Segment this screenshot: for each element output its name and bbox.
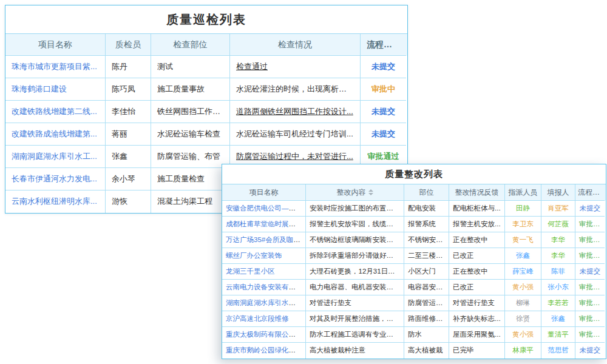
assignee-cell: 张鑫: [505, 248, 541, 264]
assignee-cell: 徐贤: [505, 311, 541, 327]
project-link[interactable]: 龙湖三千里小区: [226, 268, 275, 275]
reporter-cell: 李华: [541, 248, 575, 264]
status-text: 未提交: [575, 264, 605, 280]
status-text: 未提交: [361, 123, 406, 146]
rectification-table: 质量整改列表 项目名称 整改内容 部位 整改情况反馈 指派人员 填报人 流程状态…: [222, 164, 606, 359]
table-row: 安徽合肥供电公司—配电设备... 安装时应按施工图的布置，将... 配电安装 配…: [222, 201, 606, 217]
project-link[interactable]: 改建铁路成渝线增建第...: [12, 129, 97, 138]
situation-text: 水泥砼运输车司机经过专门培训...: [236, 129, 353, 138]
part-cell: 测试: [151, 56, 230, 78]
content-cell: 大理石砖更换，12月31日之...: [306, 264, 404, 280]
column-header-part: 检查部位: [151, 34, 230, 56]
project-link[interactable]: 珠海鹤港口建设: [12, 84, 67, 93]
project-link[interactable]: 湖南洞庭湖水库引水工...: [12, 152, 97, 161]
feedback-cell: 已完毕: [449, 343, 505, 359]
feedback-cell: 已改正: [449, 280, 505, 295]
column-header-project: 项目名称: [5, 34, 106, 56]
column-header-reporter: 填报人: [541, 184, 575, 201]
feedback-cell: 正在整改中: [449, 232, 505, 248]
part-cell: 水泥砼运输车检查: [151, 123, 230, 146]
table-row: 京沪高速北京段维修 对其及时开展整治措施，桥头... 路面维修检... 补齐缺失…: [222, 311, 606, 327]
content-cell: 安装时应按施工图的布置，将...: [306, 201, 404, 217]
column-header-part: 部位: [404, 184, 449, 201]
status-text: 审批通过: [575, 280, 605, 295]
feedback-cell: 正在整改中: [449, 264, 505, 280]
table-row: 珠海鹤港口建设 陈巧凤 施工质量事故 水泥砼灌注的时候，出现离析现象 审批中: [5, 78, 407, 101]
part-cell: 防腐管运输、布管: [151, 146, 230, 168]
project-link[interactable]: 云南电力设备安装有限公司20...: [226, 283, 306, 291]
status-text: 未提交: [575, 201, 605, 217]
project-link[interactable]: 京沪高速北京段维修: [226, 315, 289, 322]
reporter-cell: 李华: [541, 232, 575, 248]
column-header-content-label: 整改内容: [337, 184, 366, 200]
table-row: 螺丝厂办公室装饰 拆除到承重墙部分请做好加固... 二至三楼混... 已改正 张…: [222, 248, 606, 264]
table-row: 湖南洞庭湖水库引水工程施工1标 对管进行垫支 防腐管运输... 对管进行垫支 柳…: [222, 295, 606, 311]
content-cell: 高大植被栽种注意: [306, 343, 404, 359]
content-cell: 拆除到承重墙部分请做好加固...: [306, 248, 404, 264]
part-cell: 施工质量事故: [151, 78, 230, 101]
inspector-cell: 余小琴: [106, 168, 151, 190]
feedback-cell: 对管进行垫支: [449, 295, 505, 311]
inspector-cell: 陈巧凤: [106, 78, 151, 101]
part-cell: 路面维修检...: [404, 311, 449, 327]
status-text: 审批通过: [575, 311, 605, 327]
table-row: 珠海市城市更新项目紫... 陈丹 测试 检查通过 未提交: [5, 56, 407, 78]
assignee-cell: 田静: [505, 201, 541, 217]
assignee-cell: 林康平: [505, 343, 541, 359]
table-row: 万达广场35#会所及咖啡厅空... 不锈钢边框玻璃隔断安装不牢... 不锈钢安装…: [222, 232, 606, 248]
inspector-cell: 游恢: [106, 190, 151, 213]
assignee-cell: 李卫东: [505, 217, 541, 232]
situation-text: 水泥砼灌注的时候，出现离析现象: [236, 84, 354, 93]
project-link[interactable]: 安徽合肥供电公司—配电设备...: [226, 204, 306, 212]
table-row: 云南电力设备安装有限公司20... 电力电容器、电机器安装方案... 电容器安装…: [222, 280, 606, 295]
inspector-cell: 李佳怡: [106, 101, 151, 123]
feedback-cell: 补齐缺失标志...: [449, 311, 505, 327]
project-link[interactable]: 万达广场35#会所及咖啡厅空...: [226, 236, 306, 243]
part-cell: 小区大门: [404, 264, 449, 280]
assignee-cell: 黄小强: [505, 327, 541, 343]
project-link[interactable]: 改建铁路线增建第二线...: [12, 107, 97, 116]
sort-icon[interactable]: [368, 189, 373, 195]
reporter-cell: 张鑫: [541, 311, 575, 327]
project-link[interactable]: 成都杜甫草堂临时展厅独立展...: [226, 220, 306, 228]
column-header-status: 流程状态: [361, 34, 406, 56]
assignee-cell: 柳琳: [505, 295, 541, 311]
reporter-cell: 董清平: [541, 327, 575, 343]
status-text: 未提交: [575, 343, 605, 359]
status-text: 审批通过: [575, 295, 605, 311]
column-header-inspector: 质检员: [106, 34, 151, 56]
content-cell: 防水工程施工选调有专业资质...: [306, 327, 404, 343]
status-text: 审批通过: [575, 232, 605, 248]
status-text: 未提交: [361, 56, 406, 78]
project-link[interactable]: 重庆市鹅岭公园绿化景观提升...: [226, 346, 306, 354]
table-row: 重庆太极制药有限公司亳州中... 防水工程施工选调有专业资质... 防水 屋面采…: [222, 327, 606, 343]
content-cell: 报警主机安放牢固，线缆连接...: [306, 217, 404, 232]
part-cell: 防腐管运输...: [404, 295, 449, 311]
part-cell: 铁丝网围挡工作检查: [151, 101, 230, 123]
inspector-cell: 蒋丽: [106, 123, 151, 146]
column-header-content[interactable]: 整改内容: [306, 184, 404, 201]
project-link[interactable]: 云南水利枢纽潜明水库...: [12, 197, 97, 206]
table-row: 改建铁路线增建第二线... 李佳怡 铁丝网围挡工作检查 道路两侧铁丝网围挡工作按…: [5, 101, 407, 123]
rectification-header-row: 项目名称 整改内容 部位 整改情况反馈 指派人员 填报人 流程状态: [222, 184, 606, 201]
situation-text: 道路两侧铁丝网围挡工作按设计...: [236, 107, 353, 116]
part-cell: 防水: [404, 327, 449, 343]
content-cell: 对其及时开展整治措施，桥头...: [306, 311, 404, 327]
project-link[interactable]: 湖南洞庭湖水库引水工程施工1标: [226, 299, 306, 306]
project-link[interactable]: 珠海市城市更新项目紫...: [12, 62, 97, 71]
part-cell: 不锈钢安装...: [404, 232, 449, 248]
status-text: 审批通过: [575, 248, 605, 264]
rectification-table-grid: 项目名称 整改内容 部位 整改情况反馈 指派人员 填报人 流程状态 安徽合肥供电…: [222, 184, 606, 359]
status-text: 未提交: [361, 101, 406, 123]
feedback-cell: 报警主机安放...: [449, 217, 505, 232]
assignee-cell: 薛宝峰: [505, 264, 541, 280]
part-cell: 二至三楼混...: [404, 248, 449, 264]
part-cell: 施工质量检查: [151, 168, 230, 190]
project-link[interactable]: 螺丝厂办公室装饰: [226, 252, 282, 259]
status-text: 审批通过: [575, 327, 605, 343]
project-link[interactable]: 长春市伊通河水力发电...: [12, 174, 97, 183]
rectification-table-title: 质量整改列表: [222, 164, 606, 184]
inspector-cell: 陈丹: [106, 56, 151, 78]
feedback-cell: 已改正: [449, 248, 505, 264]
project-link[interactable]: 重庆太极制药有限公司亳州中...: [226, 331, 306, 338]
